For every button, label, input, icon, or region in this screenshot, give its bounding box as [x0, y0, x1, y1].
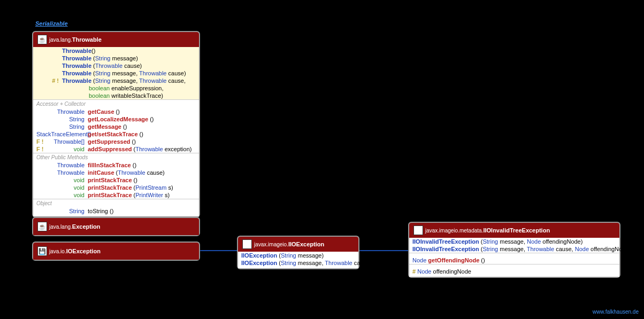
ctor-row[interactable]: Throwable (Throwable cause)	[33, 62, 199, 69]
object-section-label: Object	[33, 199, 199, 207]
disk-icon: 💾	[37, 246, 47, 256]
exception-class-box[interactable]: ☕ java.lang.Exception	[32, 217, 200, 236]
throwable-name: Throwable	[72, 36, 102, 43]
ioexception-name: IOException	[66, 248, 101, 254]
ioexception-header[interactable]: 💾 java.io.IOException	[33, 243, 199, 260]
method-row[interactable]: StringgetMessage ()	[33, 123, 199, 130]
throwable-pkg: java.lang.	[49, 37, 72, 43]
iioexception-name: IIOException	[288, 241, 324, 247]
method-row[interactable]: StringgetLocalizedMessage ()	[33, 115, 199, 123]
connector-ioexception-iioexception	[195, 250, 238, 251]
image-icon: 🖼	[242, 239, 252, 249]
connector-iioexception-iioinvalid	[356, 250, 409, 251]
iioinvalid-header[interactable]: 🖼 javax.imageio.metadata.IIOInvalidTreeE…	[409, 223, 619, 238]
iioexception-pkg: javax.imageio.	[254, 242, 288, 247]
exception-header[interactable]: ☕ java.lang.Exception	[33, 218, 199, 235]
method-row[interactable]: ThrowablegetCause ()	[33, 108, 199, 115]
method-row[interactable]: voidprintStackTrace ()	[33, 176, 199, 184]
ctor-row[interactable]: # !Throwable (String message, Throwable …	[33, 77, 199, 84]
exception-name: Exception	[72, 223, 101, 230]
throwable-body: Throwable() Throwable (String message) T…	[33, 47, 199, 216]
throwable-header[interactable]: ☕ java.lang.Throwable	[33, 32, 199, 47]
accessor-section-label: Accessor + Collector	[33, 100, 199, 108]
iioexception-class-box: 🖼 javax.imageio.IIOException IIOExceptio…	[237, 236, 359, 269]
ctor-row[interactable]: Throwable()	[33, 47, 199, 55]
throwable-class-box: ☕ java.lang.Throwable Throwable() Throwa…	[32, 31, 200, 217]
ioexception-pkg: java.io.	[49, 248, 66, 254]
footer-link[interactable]: www.falkhausen.de	[593, 309, 639, 315]
field-row[interactable]: # Node offendingNode	[409, 268, 619, 277]
ctor-row[interactable]: IIOException (String message)	[238, 252, 358, 259]
ctor-row-extra: boolean enableSuppression,	[33, 84, 199, 92]
exception-pkg: java.lang.	[49, 224, 72, 230]
method-row[interactable]: Node getOffendingNode ()	[409, 256, 619, 264]
ioexception-class-box[interactable]: 💾 java.io.IOException	[32, 242, 200, 261]
method-row[interactable]: ThrowablefillInStackTrace ()	[33, 161, 199, 169]
method-row[interactable]: StringtoString ()	[33, 207, 199, 216]
serializable-label[interactable]: Serializable	[35, 20, 68, 27]
ctor-row[interactable]: Throwable (String message, Throwable cau…	[33, 69, 199, 77]
ctor-row[interactable]: IIOException (String message, Throwable …	[238, 259, 358, 268]
method-row[interactable]: ThrowableinitCause (Throwable cause)	[33, 169, 199, 176]
ctor-row[interactable]: IIOInvalidTreeException (String message,…	[409, 238, 619, 245]
iioinvalid-body: IIOInvalidTreeException (String message,…	[409, 238, 619, 277]
method-row[interactable]: StackTraceElement[]get/setStackTrace ()	[33, 130, 199, 138]
ctor-row[interactable]: IIOInvalidTreeException (String message,…	[409, 245, 619, 253]
method-row[interactable]: F !voidaddSuppressed (Throwable exceptio…	[33, 145, 199, 153]
method-row[interactable]: voidprintStackTrace (PrintWriter s)	[33, 191, 199, 199]
iioinvalid-pkg: javax.imageio.metadata.	[425, 228, 483, 234]
iioinvalid-class-box: 🖼 javax.imageio.metadata.IIOInvalidTreeE…	[408, 222, 620, 278]
iioexception-body: IIOException (String message) IIOExcepti…	[238, 252, 358, 268]
method-row[interactable]: voidprintStackTrace (PrintStream s)	[33, 184, 199, 191]
class-icon: ☕	[37, 35, 47, 44]
ctor-row-extra: boolean writableStackTrace)	[33, 92, 199, 99]
class-icon: ☕	[37, 222, 47, 231]
method-row[interactable]: F !Throwable[]getSuppressed ()	[33, 138, 199, 145]
iioexception-header[interactable]: 🖼 javax.imageio.IIOException	[238, 237, 358, 252]
image-icon: 🖼	[413, 225, 423, 235]
iioinvalid-name: IIOInvalidTreeException	[483, 227, 550, 234]
methods-section-label: Other Public Methods	[33, 153, 199, 161]
ctor-row[interactable]: Throwable (String message)	[33, 55, 199, 62]
